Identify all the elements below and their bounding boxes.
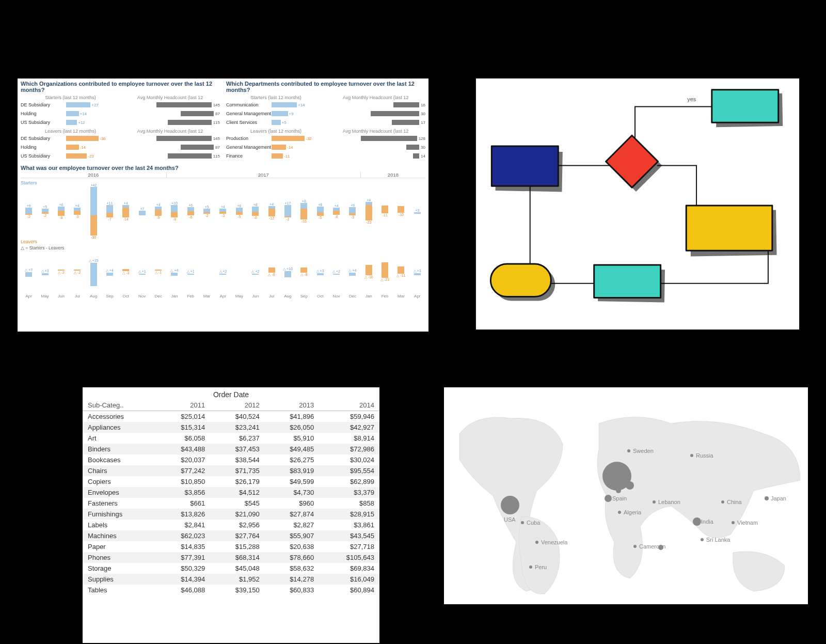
starter-value: +4 [75, 204, 80, 208]
year-header: 2014 [319, 400, 379, 411]
year-header: 2012 [210, 400, 264, 411]
headcount-value: 17 [421, 120, 425, 125]
delta-value: △ +4 [170, 269, 178, 273]
month-column: +4-23 [361, 198, 377, 224]
delta-column: △ +3 [37, 269, 53, 275]
value-cell: $16,049 [319, 574, 379, 585]
month-label: Feb [377, 294, 393, 299]
leaver-bar [333, 211, 340, 215]
leaver-value: -2 [43, 214, 46, 217]
month-label: Aug [280, 294, 296, 299]
map-label: Japan [771, 495, 786, 501]
month-label: Nov [328, 294, 344, 299]
col-starters: Starters (last 12 months) [21, 95, 120, 100]
bar-row: Communication+1416 [226, 101, 425, 109]
bar-label: General Management [226, 111, 272, 116]
value-cell: $58,632 [265, 563, 319, 574]
map-bubble [701, 538, 704, 541]
starter-value: -36 [100, 136, 106, 141]
delta-bar [398, 266, 404, 274]
col-starters-d: Starters (last 12 months) [226, 95, 326, 100]
bar-label: Production [226, 136, 272, 141]
col-headcount-2: Avg Monthly Headcount (last 12 [120, 129, 220, 134]
headcount-bar [406, 145, 419, 150]
delta-value: △ -8 [268, 273, 275, 277]
starter-value: -11 [284, 154, 290, 159]
month-label: Sep [102, 294, 118, 299]
value-cell: $20,037 [156, 454, 210, 465]
table-title: Order Date [83, 390, 379, 399]
delta-bar [25, 272, 32, 277]
subcategory-cell: Labels [83, 520, 156, 530]
map-label: Lebanon [658, 499, 680, 505]
leaver-value: -9 [156, 216, 160, 219]
starter-bar [317, 207, 324, 212]
starter-bar [272, 102, 297, 107]
value-cell: $27,718 [319, 541, 379, 552]
starter-value: +5 [205, 205, 209, 209]
value-cell: $60,894 [319, 585, 379, 595]
value-cell: $41,896 [265, 411, 319, 422]
value-cell: $4,512 [210, 487, 264, 498]
month-column: +6-6 [183, 203, 199, 219]
delta-value: △ +4 [348, 269, 356, 273]
leaver-value: -8 [59, 216, 62, 219]
value-cell: $545 [210, 498, 264, 509]
month-column: +17-2 [280, 201, 296, 222]
leaver-value: -23 [366, 221, 371, 224]
value-cell: $60,833 [265, 585, 319, 595]
delta-bar [187, 274, 194, 274]
value-cell: $20,638 [265, 541, 319, 552]
turnover-timeline: 2016 2017 2018 Starters +9-2+5-2+6-8+4-6… [21, 172, 425, 291]
year-header: 2011 [156, 400, 210, 411]
leaver-value: -5 [319, 216, 322, 219]
subcategory-cell: Machines [83, 530, 156, 541]
month-column: +4-9 [150, 203, 166, 219]
leaver-value: -7 [108, 217, 111, 221]
delta-column: △ -16 [361, 265, 377, 280]
starter-bar [66, 145, 79, 150]
leaver-bar [58, 211, 65, 216]
table-row: Paper$14,835$15,288$20,638$27,718 [83, 541, 379, 552]
value-cell: $78,660 [265, 552, 319, 563]
delta-value: △ -16 [364, 275, 373, 279]
table-row: Art$6,058$6,237$5,910$8,914 [83, 433, 379, 444]
bar-label: Holding [21, 145, 66, 150]
leaver-bar [268, 209, 275, 217]
world-bubble-map: USACubaVenezuelaPeruSwedenSpainAlgeriaLe… [444, 387, 808, 604]
value-cell: $69,834 [319, 563, 379, 574]
map-bubble [653, 500, 656, 504]
map-label: Spain [612, 495, 627, 501]
month-label: Sep [296, 294, 312, 299]
delta-value: △ +10 [283, 267, 293, 271]
value-cell: $858 [319, 498, 379, 509]
starter-bar [66, 120, 77, 125]
delta-column: △ +7 [21, 268, 37, 277]
table-row: Fasteners$661$545$960$858 [83, 498, 379, 509]
map-label: Peru [535, 564, 547, 570]
month-label: Dec [150, 294, 166, 299]
value-cell: $960 [265, 498, 319, 509]
month-label: Jan [166, 294, 182, 299]
headcount-value: 87 [215, 112, 220, 116]
delta-bar [333, 274, 340, 275]
dept-title: Which Departments contributed to employe… [226, 81, 425, 93]
bar-row: DE Subsidiary-36145 [21, 134, 220, 143]
yes-label: yes [687, 96, 696, 102]
value-cell: $26,179 [210, 476, 264, 487]
starter-bar [272, 145, 286, 150]
value-cell: $6,237 [210, 433, 264, 444]
delta-value: △ +3 [414, 269, 421, 273]
delta-value: △ -8 [300, 273, 307, 277]
value-cell: $14,394 [156, 574, 210, 585]
starter-value: +9 [27, 204, 31, 208]
table-row: Envelopes$3,856$4,512$4,730$3,379 [83, 487, 379, 498]
headcount-value: 145 [213, 103, 220, 107]
delta-value: △ -3 [122, 271, 129, 275]
bar-row: General Management-1430 [226, 143, 425, 151]
land-eurasia-africa [597, 417, 800, 579]
value-cell: $83,919 [265, 465, 319, 476]
delta-bar [284, 271, 291, 278]
month-column: +8-6 [247, 203, 263, 219]
month-column: +8-5 [312, 203, 328, 219]
